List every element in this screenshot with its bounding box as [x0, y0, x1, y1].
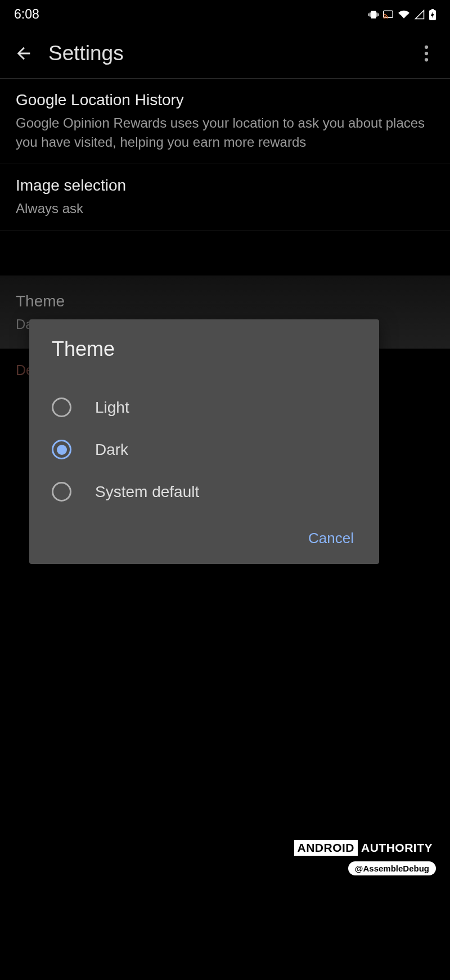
status-time: 6:08 — [14, 7, 39, 22]
svg-point-1 — [425, 46, 428, 49]
watermark: ANDROID AUTHORITY @AssembleDebug — [294, 840, 436, 875]
battery-icon — [429, 9, 436, 20]
image-selection-item[interactable]: Image selection Always ask — [0, 164, 450, 231]
app-bar: Settings — [0, 29, 450, 78]
watermark-brand: ANDROID AUTHORITY — [294, 840, 436, 856]
setting-subtitle: Always ask — [16, 199, 434, 218]
location-history-item[interactable]: Google Location History Google Opinion R… — [0, 79, 450, 164]
radio-label: Light — [95, 399, 129, 417]
dialog-title: Theme — [29, 337, 379, 386]
status-bar: 6:08 — [0, 0, 450, 29]
more-menu-button[interactable] — [413, 40, 440, 67]
radio-label: Dark — [95, 441, 128, 459]
status-icons — [368, 9, 436, 20]
svg-point-2 — [425, 52, 428, 55]
theme-option-light[interactable]: Light — [29, 386, 379, 428]
setting-subtitle: Google Opinion Rewards uses your locatio… — [16, 114, 434, 151]
cast-icon — [382, 10, 394, 20]
signal-icon — [414, 10, 425, 20]
page-title: Settings — [48, 42, 402, 65]
theme-option-dark[interactable]: Dark — [29, 428, 379, 471]
cancel-button[interactable]: Cancel — [308, 530, 354, 547]
wifi-icon — [398, 10, 410, 20]
radio-icon-selected — [52, 440, 71, 459]
watermark-left: ANDROID — [294, 840, 358, 856]
radio-icon — [52, 398, 71, 417]
setting-title: Image selection — [16, 177, 434, 195]
vibrate-icon — [368, 10, 379, 20]
setting-title: Google Location History — [16, 91, 434, 109]
dialog-actions: Cancel — [29, 513, 379, 556]
theme-option-system[interactable]: System default — [29, 471, 379, 513]
theme-dialog: Theme Light Dark System default Cancel — [29, 319, 379, 564]
radio-icon — [52, 482, 71, 502]
svg-point-3 — [425, 58, 428, 61]
radio-label: System default — [95, 483, 199, 501]
watermark-handle: @AssembleDebug — [348, 861, 436, 875]
back-button[interactable] — [10, 40, 37, 67]
more-vert-icon — [424, 45, 429, 62]
watermark-right: AUTHORITY — [358, 840, 436, 856]
arrow-back-icon — [14, 44, 33, 63]
